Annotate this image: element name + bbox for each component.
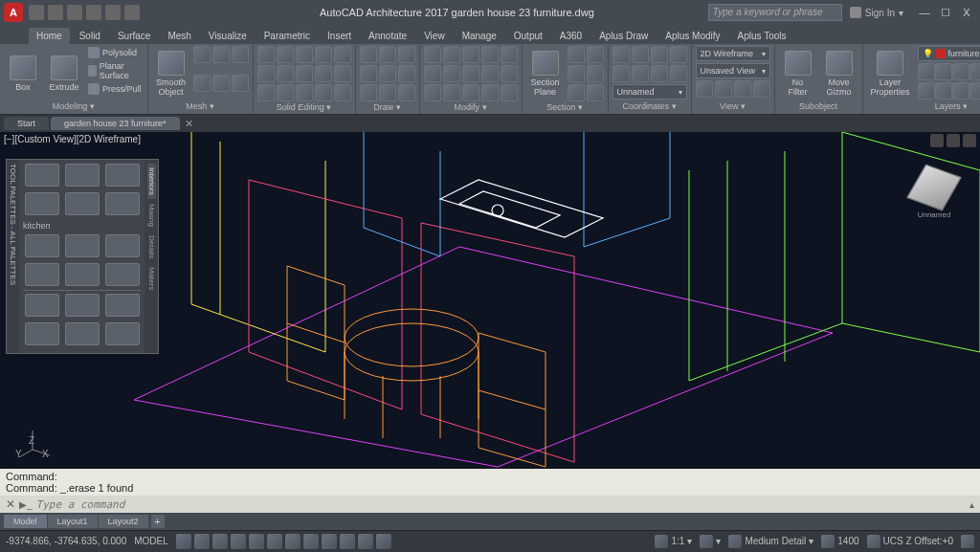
section-tool-icon[interactable] — [587, 46, 604, 63]
palette-tab-maters[interactable]: Maters — [147, 263, 156, 294]
layer-tool-icon[interactable] — [935, 63, 952, 80]
ribbon-tab-manage[interactable]: Manage — [455, 28, 504, 44]
ribbon-tab-a360[interactable]: A360 — [552, 28, 590, 44]
planar-surface-button[interactable]: Planar Surface — [86, 60, 144, 81]
ribbon-tab-aplus-modify[interactable]: Aplus Modify — [657, 28, 727, 44]
palette-item[interactable] — [65, 294, 100, 317]
close-button[interactable]: X — [957, 4, 976, 21]
layout-tab-model[interactable]: Model — [4, 515, 47, 528]
modify-tool-icon[interactable] — [501, 84, 518, 101]
modify-tool-icon[interactable] — [424, 65, 441, 82]
modify-tool-icon[interactable] — [501, 46, 518, 63]
status-toggle-icon[interactable] — [376, 534, 391, 549]
zoom-button[interactable]: 1400 — [821, 535, 858, 548]
solid-edit-icon[interactable] — [257, 65, 275, 82]
qat-undo-icon[interactable] — [86, 5, 101, 20]
palette-item[interactable] — [105, 164, 140, 187]
modify-tool-icon[interactable] — [462, 84, 479, 101]
draw-tool-icon[interactable] — [398, 84, 415, 101]
coord-tool-icon[interactable] — [651, 46, 668, 63]
section-plane-button[interactable]: Section Plane — [526, 46, 565, 101]
layout-tab-layout2[interactable]: Layout2 — [99, 515, 148, 528]
layout-tab-layout1[interactable]: Layout1 — [48, 515, 98, 528]
solid-edit-icon[interactable] — [315, 65, 332, 82]
status-toggle-icon[interactable] — [249, 534, 264, 549]
modify-tool-icon[interactable] — [462, 65, 479, 82]
viewcube[interactable]: Unnamed — [907, 161, 961, 214]
palette-tab-masng[interactable]: Masng — [147, 200, 156, 231]
visual-style-dropdown[interactable]: 2D Wireframe — [696, 46, 770, 61]
panel-label-mesh[interactable]: Mesh ▾ — [152, 100, 249, 112]
named-view-dropdown[interactable]: Unsaved View — [696, 63, 770, 78]
layer-dropdown[interactable]: 💡furniture — [918, 46, 980, 61]
recent-commands-icon[interactable]: ▴ — [969, 499, 974, 510]
palette-item[interactable] — [105, 234, 140, 257]
palette-item[interactable] — [105, 263, 140, 286]
status-toggle-icon[interactable] — [358, 534, 373, 549]
ribbon-tab-mesh[interactable]: Mesh — [160, 28, 198, 44]
panel-label-subobject[interactable]: Subobject — [779, 100, 858, 112]
draw-tool-icon[interactable] — [379, 46, 396, 63]
layer-tool-icon[interactable] — [969, 82, 980, 99]
status-toggle-icon[interactable] — [194, 534, 210, 549]
extrude-button[interactable]: Extrude — [45, 46, 83, 100]
app-logo[interactable]: A — [4, 3, 23, 22]
mesh-icon[interactable] — [232, 46, 249, 63]
draw-tool-icon[interactable] — [398, 65, 415, 82]
modify-tool-icon[interactable] — [424, 46, 441, 63]
palette-item[interactable] — [105, 294, 140, 317]
section-tool-icon[interactable] — [568, 46, 585, 63]
panel-label-view[interactable]: View ▾ — [696, 100, 770, 112]
panel-label-section[interactable]: Section ▾ — [526, 101, 604, 113]
modify-tool-icon[interactable] — [462, 46, 479, 63]
qat-open-icon[interactable] — [48, 5, 63, 20]
tool-palette[interactable]: TOOL PALETTES - ALL PALETTES kitchen Int… — [6, 159, 159, 354]
ucs-offset[interactable]: UCS Z Offset:+0 — [867, 535, 953, 548]
ribbon-tab-surface[interactable]: Surface — [110, 28, 158, 44]
panel-label-draw[interactable]: Draw ▾ — [360, 101, 415, 113]
modify-tool-icon[interactable] — [424, 84, 441, 101]
model-space-button[interactable]: MODEL — [134, 536, 168, 546]
solid-edit-icon[interactable] — [334, 84, 351, 101]
solid-edit-icon[interactable] — [334, 46, 351, 63]
layer-tool-icon[interactable] — [952, 63, 969, 80]
close-tab-icon[interactable]: ✕ — [182, 118, 197, 130]
qat-new-icon[interactable] — [29, 5, 44, 20]
view-tool-icon[interactable] — [753, 80, 770, 98]
ucs-dropdown[interactable]: Unnamed — [612, 84, 687, 99]
add-layout-button[interactable]: + — [151, 515, 165, 528]
status-toggle-icon[interactable] — [322, 534, 337, 549]
palette-item[interactable] — [25, 164, 59, 187]
status-toggle-icon[interactable] — [267, 534, 282, 549]
solid-edit-icon[interactable] — [334, 65, 351, 82]
ribbon-tab-aplus-draw[interactable]: Aplus Draw — [591, 28, 656, 44]
panel-label-coordinates[interactable]: Coordinates ▾ — [612, 100, 687, 112]
qat-save-icon[interactable] — [67, 5, 82, 20]
status-toggle-icon[interactable] — [212, 534, 228, 549]
coord-tool-icon[interactable] — [670, 46, 687, 63]
ribbon-tab-output[interactable]: Output — [506, 28, 550, 44]
close-command-icon[interactable]: ✕ — [6, 497, 15, 511]
move-gizmo-button[interactable]: Move Gizmo — [820, 46, 858, 100]
status-toggle-icon[interactable] — [303, 534, 319, 549]
ribbon-tab-view[interactable]: View — [416, 28, 453, 44]
customize-button[interactable] — [961, 535, 974, 548]
layer-properties-button[interactable]: Layer Properties — [867, 46, 914, 100]
layer-tool-icon[interactable] — [918, 63, 935, 80]
palette-item[interactable] — [65, 322, 100, 345]
palette-tab-details[interactable]: Details — [147, 232, 156, 262]
modify-tool-icon[interactable] — [481, 46, 499, 63]
status-toggle-icon[interactable] — [285, 534, 301, 549]
minimize-button[interactable]: — — [915, 4, 934, 21]
layer-tool-icon[interactable] — [935, 82, 952, 99]
solid-edit-icon[interactable] — [257, 46, 275, 63]
status-toggle-icon[interactable] — [176, 534, 191, 549]
palette-item[interactable] — [65, 234, 100, 257]
palette-item[interactable] — [25, 294, 59, 317]
draw-tool-icon[interactable] — [379, 84, 396, 101]
palette-item[interactable] — [65, 164, 100, 187]
mesh-icon[interactable] — [232, 75, 249, 92]
status-toggle-icon[interactable] — [231, 534, 246, 549]
coord-tool-icon[interactable] — [632, 46, 649, 63]
section-tool-icon[interactable] — [568, 84, 585, 101]
